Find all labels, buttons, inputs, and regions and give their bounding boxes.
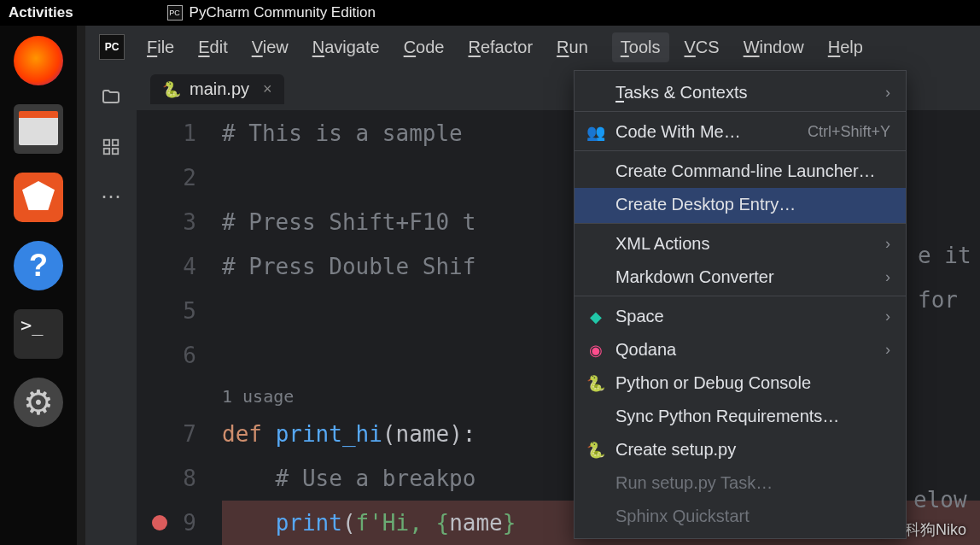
- gutter-line: [137, 378, 196, 412]
- menu-item-run-setup-py-task: Run setup.py Task…: [575, 466, 906, 500]
- menu-item-markdown-converter[interactable]: Markdown Converter›: [575, 261, 906, 296]
- chevron-right-icon: ›: [885, 84, 890, 102]
- code-line[interactable]: # Use a breakpo: [222, 466, 475, 491]
- menu-item-label: Space: [615, 307, 875, 326]
- dock-software-icon[interactable]: [14, 173, 63, 222]
- menu-file[interactable]: File: [147, 38, 174, 57]
- blank-icon: [586, 196, 605, 214]
- menu-item-python-or-debug-console[interactable]: 🐍Python or Debug Console: [575, 366, 906, 400]
- chevron-right-icon: ›: [885, 268, 890, 286]
- menu-item-create-setup-py[interactable]: 🐍Create setup.py: [575, 433, 906, 466]
- menu-item-label: XML Actions: [615, 234, 875, 254]
- project-tool-icon[interactable]: [99, 85, 123, 109]
- menu-item-space[interactable]: ◆Space›: [575, 300, 906, 333]
- structure-tool-icon[interactable]: [99, 135, 123, 159]
- chevron-right-icon: ›: [885, 235, 890, 253]
- breakpoint-icon[interactable]: [152, 515, 167, 530]
- menu-item-label: Sphinx Quickstart: [615, 507, 890, 526]
- code-peek: for: [918, 287, 958, 313]
- gnome-topbar: Activities PC PyCharm Community Edition: [0, 0, 980, 26]
- code-line[interactable]: # Press Shift+F10 t: [222, 209, 475, 235]
- menu-edit[interactable]: Edit: [198, 38, 227, 57]
- menu-item-create-desktop-entry[interactable]: Create Desktop Entry…: [575, 188, 906, 224]
- menu-item-xml-actions[interactable]: XML Actions›: [575, 227, 906, 261]
- ubuntu-dock: ? >_ ⚙: [0, 26, 77, 545]
- blank-icon: [586, 268, 605, 287]
- blank-icon: [586, 162, 605, 181]
- menu-view[interactable]: View: [252, 38, 289, 57]
- pycharm-logo-icon: PC: [99, 34, 125, 60]
- svg-rect-1: [113, 140, 118, 145]
- activities-button[interactable]: Activities: [9, 4, 73, 21]
- code-icon: 👥: [586, 123, 605, 142]
- code-peek: e it: [918, 243, 971, 268]
- blank-icon: [586, 84, 605, 103]
- python-icon: 🐍: [586, 374, 605, 393]
- menu-item-code-with-me[interactable]: 👥Code With Me…Ctrl+Shift+Y: [575, 115, 906, 151]
- chevron-right-icon: ›: [885, 341, 890, 359]
- code-line[interactable]: # This is a sample: [222, 120, 475, 146]
- menu-item-label: Markdown Converter: [615, 267, 875, 287]
- tool-sidebar: ⋯: [85, 68, 137, 545]
- menu-refactor[interactable]: Refactor: [468, 38, 533, 57]
- blank-icon: [586, 407, 605, 426]
- gutter-line: 7: [137, 412, 196, 456]
- gutter-line: 5: [137, 289, 196, 333]
- menu-vcs[interactable]: VCS: [685, 38, 720, 57]
- tab-filename: main.py: [190, 79, 249, 99]
- create-icon: 🐍: [586, 441, 605, 460]
- app-indicator-icon: PC: [167, 5, 183, 21]
- menu-code[interactable]: Code: [404, 38, 445, 57]
- tab-close-icon[interactable]: ×: [263, 80, 272, 98]
- editor-tab-main[interactable]: 🐍 main.py ×: [150, 74, 284, 104]
- gutter-line: 8: [137, 456, 196, 501]
- dock-settings-icon[interactable]: ⚙: [14, 378, 63, 427]
- qodana-icon: ◉: [586, 341, 605, 360]
- svg-rect-0: [104, 140, 109, 145]
- svg-rect-3: [113, 149, 118, 154]
- dock-terminal-icon[interactable]: >_: [14, 309, 63, 359]
- gutter-line: 2: [137, 155, 196, 200]
- python-file-icon: 🐍: [162, 80, 181, 99]
- gutter: 123456789: [137, 111, 222, 545]
- code-line[interactable]: # Press Double Shif: [222, 254, 475, 279]
- menu-item-tasks-contexts[interactable]: Tasks & Contexts›: [575, 76, 906, 112]
- menu-item-qodana[interactable]: ◉Qodana›: [575, 333, 906, 366]
- menu-item-sync-python-requirements[interactable]: Sync Python Requirements…: [575, 400, 906, 433]
- usage-hint[interactable]: 1 usage: [222, 386, 294, 407]
- code-peek: elow: [913, 487, 967, 513]
- dock-firefox-icon[interactable]: [14, 36, 63, 85]
- more-tool-icon[interactable]: ⋯: [99, 185, 123, 208]
- svg-rect-2: [104, 149, 109, 154]
- gutter-line: 3: [137, 200, 196, 244]
- code-line[interactable]: def print_hi(name):: [222, 421, 475, 447]
- menu-item-label: Create Command-line Launcher…: [615, 161, 890, 181]
- menu-item-label: Python or Debug Console: [615, 373, 890, 393]
- dock-help-icon[interactable]: ?: [14, 241, 63, 290]
- menu-item-label: Sync Python Requirements…: [615, 407, 890, 426]
- menu-window[interactable]: Window: [744, 38, 804, 57]
- menu-item-label: Create Desktop Entry…: [615, 195, 890, 214]
- gutter-line: 6: [137, 333, 196, 378]
- menu-item-sphinx-quickstart: Sphinx Quickstart: [575, 500, 906, 533]
- menu-item-label: Tasks & Contexts: [615, 83, 875, 103]
- app-title: PyCharm Community Edition: [190, 4, 376, 21]
- tools-menu-dropdown[interactable]: Tasks & Contexts›👥Code With Me…Ctrl+Shif…: [574, 70, 907, 539]
- blank-icon: [586, 507, 605, 526]
- menu-item-label: Code With Me…: [615, 122, 797, 142]
- menu-item-label: Qodana: [615, 340, 875, 360]
- menubar: PC FileEditViewNavigateCodeRefactorRunTo…: [85, 26, 980, 68]
- dock-files-icon[interactable]: [14, 104, 63, 154]
- space-icon: ◆: [586, 308, 605, 326]
- menu-tools[interactable]: Tools: [612, 32, 669, 62]
- menu-item-label: Create setup.py: [615, 440, 890, 460]
- menu-item-create-command-line-launcher[interactable]: Create Command-line Launcher…: [575, 155, 906, 188]
- menu-help[interactable]: Help: [828, 38, 863, 57]
- menu-shortcut: Ctrl+Shift+Y: [808, 123, 890, 141]
- menu-item-label: Run setup.py Task…: [615, 473, 890, 493]
- gutter-line: 4: [137, 244, 196, 289]
- menu-run[interactable]: Run: [557, 38, 588, 57]
- menu-navigate[interactable]: Navigate: [312, 38, 380, 57]
- gutter-line: 1: [137, 111, 196, 155]
- blank-icon: [586, 474, 605, 493]
